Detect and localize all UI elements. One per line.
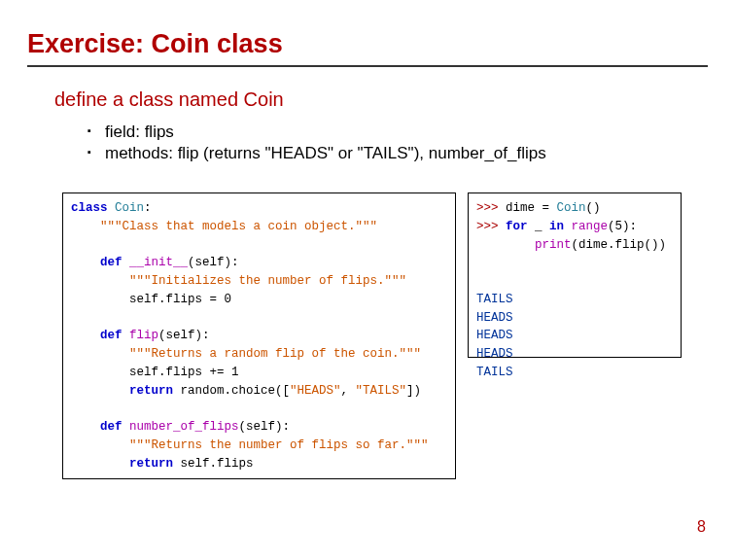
flip-params: (self): — [158, 329, 210, 342]
code-left-box: class Coin: """Class that models a coin … — [62, 192, 456, 479]
tails-str: "TAILS" — [356, 384, 407, 398]
nof-params: (self): — [239, 420, 291, 434]
output-line: TAILS — [476, 293, 513, 306]
loop-var: _ — [528, 220, 550, 233]
return-keyword: return — [129, 457, 173, 471]
coin-call: Coin — [557, 201, 586, 215]
slide-title: Exercise: Coin class — [27, 29, 708, 67]
init-params: (self): — [188, 256, 239, 269]
return-keyword: return — [129, 384, 173, 398]
nof-docstring: """Returns the number of flips so far.""… — [129, 438, 429, 452]
nof-return-expr: self.flips — [173, 457, 254, 471]
flip-name: flip — [129, 329, 158, 342]
print-call: print — [535, 238, 572, 252]
class-docstring: """Class that models a coin object.""" — [100, 220, 377, 233]
output-line: TAILS — [476, 366, 513, 379]
flip-return-expr: random.choice([ — [173, 384, 290, 398]
colon: : — [144, 201, 152, 215]
indent — [476, 238, 535, 252]
bullet-list: field: flips methods: flip (returns "HEA… — [88, 122, 708, 163]
close-list: ]) — [406, 384, 421, 398]
bullet-item: field: flips — [88, 122, 708, 142]
init-docstring: """Initializes the number of flips.""" — [129, 274, 406, 288]
code-area: class Coin: """Class that models a coin … — [62, 192, 708, 479]
page-number: 8 — [697, 518, 706, 536]
class-name: Coin — [115, 201, 144, 215]
flip-body-1: self.flips += 1 — [129, 366, 239, 379]
prompt: >>> — [476, 201, 506, 215]
output-line: HEADS — [476, 329, 513, 342]
slide-subtitle: define a class named Coin — [54, 88, 708, 111]
prompt: >>> — [476, 220, 506, 233]
range-arg: (5): — [608, 220, 637, 233]
flip-docstring: """Returns a random flip of the coin.""" — [129, 347, 421, 361]
range-call: range — [572, 220, 609, 233]
class-keyword: class — [71, 201, 108, 215]
code-right-box: >>> dime = Coin() >>> for _ in range(5):… — [468, 192, 682, 358]
in-keyword: in — [549, 220, 564, 233]
output-line: HEADS — [476, 347, 513, 361]
comma: , — [341, 384, 356, 398]
def-keyword: def — [100, 329, 122, 342]
bullet-item: methods: flip (returns "HEADS" or "TAILS… — [88, 144, 708, 163]
heads-str: "HEADS" — [290, 384, 341, 398]
nof-name: number_of_flips — [129, 420, 239, 434]
def-keyword: def — [100, 420, 122, 434]
repl-line-1c: () — [586, 201, 601, 215]
repl-line-1a: dime = — [506, 201, 557, 215]
output-line: HEADS — [476, 311, 513, 325]
space — [564, 220, 572, 233]
print-arg: (dime.flip()) — [572, 238, 667, 252]
for-keyword: for — [506, 220, 528, 233]
def-keyword: def — [100, 256, 122, 269]
init-body: self.flips = 0 — [129, 293, 231, 306]
init-name: __init__ — [129, 256, 188, 269]
